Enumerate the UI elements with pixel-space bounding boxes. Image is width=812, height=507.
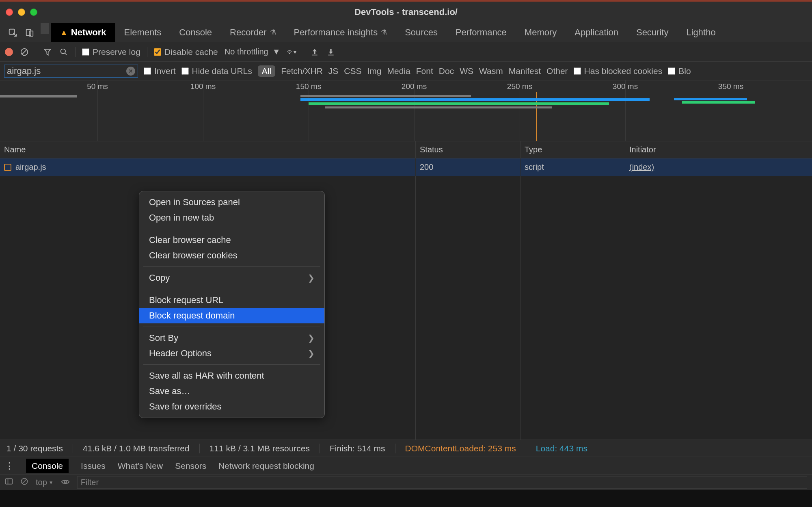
- menu-open-sources[interactable]: Open in Sources panel: [139, 195, 324, 210]
- timeline-bar: [0, 95, 77, 98]
- filter-font[interactable]: Font: [416, 66, 433, 76]
- network-conditions-icon[interactable]: ▾: [287, 47, 296, 57]
- svg-line-13: [22, 479, 26, 483]
- status-transferred: 41.6 kB / 1.0 MB transferred: [83, 444, 190, 453]
- clear-log-icon[interactable]: [19, 47, 29, 57]
- filter-ws[interactable]: WS: [460, 66, 473, 76]
- menu-open-newtab[interactable]: Open in new tab: [139, 210, 324, 225]
- tab-recorder[interactable]: Recorder⚗: [221, 23, 285, 42]
- console-sidebar-icon[interactable]: [5, 478, 13, 487]
- menu-clear-cookies[interactable]: Clear browser cookies: [139, 248, 324, 263]
- disable-cache-checkbox[interactable]: Disable cache: [154, 47, 218, 57]
- request-row[interactable]: airgap.js 200 script (index): [0, 158, 812, 176]
- chevron-down-icon: ▼: [49, 480, 54, 485]
- tab-memory[interactable]: Memory: [516, 23, 566, 42]
- timeline[interactable]: 50 ms 100 ms 150 ms 200 ms 250 ms 300 ms…: [0, 80, 812, 141]
- menu-label: Save as…: [149, 386, 190, 396]
- filter-doc[interactable]: Doc: [439, 66, 454, 76]
- separator: [303, 47, 303, 57]
- filter-other[interactable]: Other: [546, 66, 568, 76]
- col-type[interactable]: Type: [520, 141, 625, 158]
- traffic-lights: [6, 9, 37, 16]
- main-tabbar: ▲Network Elements Console Recorder⚗ Perf…: [0, 23, 812, 42]
- menu-copy[interactable]: Copy❯: [139, 270, 324, 286]
- separator: [526, 444, 526, 453]
- filter-manifest[interactable]: Manifest: [509, 66, 541, 76]
- filter-wasm[interactable]: Wasm: [479, 66, 503, 76]
- svg-line-4: [22, 50, 27, 54]
- throttling-dropdown[interactable]: No throttling ▼: [225, 47, 281, 56]
- download-har-icon[interactable]: [326, 47, 336, 57]
- filter-placeholder: Filter: [81, 478, 99, 487]
- timeline-bar: [309, 102, 609, 105]
- filter-img[interactable]: Img: [367, 66, 382, 76]
- menu-save-har[interactable]: Save all as HAR with content: [139, 368, 324, 384]
- tab-security[interactable]: Security: [627, 23, 677, 42]
- request-initiator-link[interactable]: (index): [629, 162, 654, 172]
- menu-label: Copy: [149, 273, 170, 283]
- drawer-tab-issues[interactable]: Issues: [81, 461, 106, 471]
- clear-filter-icon[interactable]: ✕: [126, 67, 135, 76]
- menu-label: Clear browser cache: [149, 235, 231, 245]
- search-icon[interactable]: [59, 47, 69, 57]
- blocked-cookies-checkbox[interactable]: Has blocked cookies: [574, 66, 663, 76]
- upload-har-icon[interactable]: [310, 47, 320, 57]
- preserve-log-checkbox[interactable]: Preserve log: [82, 47, 140, 57]
- tab-network[interactable]: ▲Network: [51, 23, 115, 42]
- filter-all[interactable]: All: [258, 65, 275, 77]
- tab-application[interactable]: Application: [566, 23, 627, 42]
- tab-lighthouse[interactable]: Lightho: [677, 23, 724, 42]
- filter-icon[interactable]: [43, 47, 52, 57]
- menu-header-options[interactable]: Header Options❯: [139, 346, 324, 361]
- clear-console-icon[interactable]: [20, 477, 28, 488]
- record-button[interactable]: [5, 48, 13, 56]
- menu-sort-by[interactable]: Sort By❯: [139, 330, 324, 346]
- tab-label: Sources: [405, 27, 438, 38]
- menu-block-url[interactable]: Block request URL: [139, 292, 324, 308]
- tab-performance[interactable]: Performance: [447, 23, 516, 42]
- tab-performance-insights[interactable]: Performance insights⚗: [285, 23, 396, 42]
- menu-save-as[interactable]: Save as…: [139, 384, 324, 399]
- hide-data-urls-checkbox[interactable]: Hide data URLs: [181, 66, 252, 76]
- menu-label: Save all as HAR with content: [149, 370, 264, 381]
- filter-fetchxhr[interactable]: Fetch/XHR: [281, 66, 323, 76]
- chevron-right-icon: ❯: [308, 333, 315, 343]
- tab-sources[interactable]: Sources: [396, 23, 447, 42]
- warning-icon: ▲: [60, 28, 68, 37]
- blocked-requests-checkbox[interactable]: Blo: [668, 66, 691, 76]
- filter-media[interactable]: Media: [387, 66, 410, 76]
- col-initiator[interactable]: Initiator: [625, 141, 812, 158]
- menu-separator: [143, 327, 320, 327]
- menu-block-domain[interactable]: Block request domain: [139, 308, 324, 323]
- menu-label: Block request domain: [149, 310, 235, 321]
- drawer-tab-sensors[interactable]: Sensors: [175, 461, 206, 471]
- device-toolbar-icon[interactable]: [21, 23, 38, 42]
- filter-input[interactable]: [7, 66, 126, 76]
- tab-elements[interactable]: Elements: [115, 23, 171, 42]
- filter-js[interactable]: JS: [328, 66, 339, 76]
- console-filter-input[interactable]: Filter: [77, 476, 807, 489]
- drawer-tab-network-blocking[interactable]: Network request blocking: [218, 461, 314, 471]
- zoom-window-button[interactable]: [30, 9, 37, 16]
- caret-icon: ▾: [294, 49, 296, 55]
- svg-rect-1: [26, 29, 31, 35]
- drawer-tab-whatsnew[interactable]: What's New: [118, 461, 163, 471]
- status-bar: 1 / 30 requests 41.6 kB / 1.0 MB transfe…: [0, 440, 812, 457]
- svg-rect-10: [6, 479, 13, 484]
- invert-checkbox[interactable]: Invert: [144, 66, 176, 76]
- filter-css[interactable]: CSS: [344, 66, 361, 76]
- drawer-tab-console[interactable]: Console: [26, 459, 69, 473]
- request-type: script: [525, 162, 544, 172]
- drawer-menu-icon[interactable]: ⋮: [5, 461, 14, 471]
- eye-icon[interactable]: [61, 478, 70, 487]
- menu-clear-cache[interactable]: Clear browser cache: [139, 232, 324, 248]
- minimize-window-button[interactable]: [18, 9, 25, 16]
- menu-separator: [143, 289, 320, 289]
- menu-save-overrides[interactable]: Save for overrides: [139, 399, 324, 414]
- tab-console[interactable]: Console: [170, 23, 221, 42]
- inspect-element-icon[interactable]: [4, 23, 21, 42]
- col-status[interactable]: Status: [416, 141, 520, 158]
- context-selector[interactable]: top▼: [36, 478, 54, 487]
- col-name[interactable]: Name: [0, 141, 416, 158]
- close-window-button[interactable]: [6, 9, 13, 16]
